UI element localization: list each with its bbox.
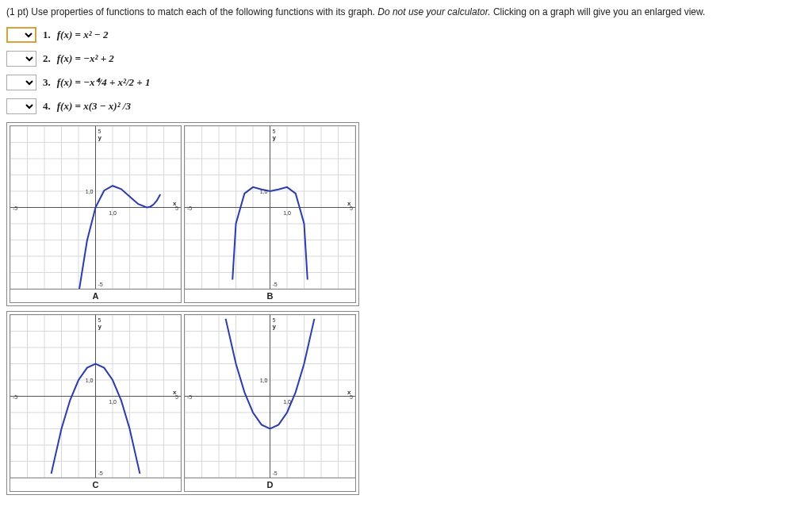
svg-text:-5: -5 [98, 282, 103, 287]
graph-label-C: C [10, 478, 182, 492]
graph-label-A: A [10, 290, 182, 303]
graph-label-D: D [184, 478, 356, 492]
svg-text:1,0: 1,0 [109, 399, 117, 405]
function-number: 1. [43, 29, 51, 41]
svg-text:y: y [98, 134, 102, 141]
function-number: 2. [43, 52, 51, 65]
svg-text:-5: -5 [98, 470, 103, 476]
answer-select-4[interactable] [6, 98, 36, 114]
instr-post: Clicking on a graph will give you an enl… [491, 6, 706, 17]
instr-em: Do not use your calculator. [377, 6, 490, 17]
svg-text:-5: -5 [13, 205, 17, 211]
graph-D[interactable]: -555-5xy1,01,0 [184, 314, 356, 478]
svg-text:1,0: 1,0 [260, 378, 268, 383]
svg-text:x: x [347, 200, 351, 207]
svg-text:-5: -5 [273, 282, 278, 287]
graph-B[interactable]: -555-5xy1,01,0 [184, 125, 356, 290]
graph-cell-C: -555-5xy1,01,0 C [10, 314, 182, 492]
answer-select-2[interactable] [6, 51, 36, 67]
svg-text:y: y [98, 323, 102, 330]
graph-cell-D: -555-5xy1,01,0 D [184, 314, 356, 492]
function-expression: f(x) = x² − 2 [57, 29, 109, 41]
function-row-1: 1.f(x) = x² − 2 [6, 27, 806, 43]
function-list: 1.f(x) = x² − 22.f(x) = −x² + 23.f(x) = … [6, 27, 806, 114]
svg-text:-5: -5 [273, 470, 278, 476]
svg-text:5: 5 [98, 129, 102, 134]
function-row-2: 2.f(x) = −x² + 2 [6, 51, 806, 67]
svg-text:1,0: 1,0 [283, 210, 291, 216]
function-row-4: 4.f(x) = x(3 − x)² /3 [6, 98, 806, 114]
svg-text:1,0: 1,0 [86, 378, 94, 383]
svg-text:-5: -5 [187, 394, 192, 400]
svg-text:-5: -5 [13, 394, 17, 400]
svg-text:5: 5 [98, 317, 102, 323]
svg-text:5: 5 [273, 129, 276, 134]
function-row-3: 3.f(x) = −x⁴/4 + x²/2 + 1 [6, 75, 806, 90]
function-expression: f(x) = x(3 − x)² /3 [57, 100, 131, 113]
graphs-area: -555-5xy1,01,0 A -555-5xy1,01,0 B -555-5… [6, 122, 806, 500]
function-number: 4. [43, 100, 51, 113]
instructions: (1 pt) Use properties of functions to ma… [6, 6, 806, 17]
graph-cell-A: -555-5xy1,01,0 A [10, 125, 182, 303]
svg-text:1,0: 1,0 [260, 189, 268, 194]
svg-text:1,0: 1,0 [86, 189, 94, 194]
answer-select-1[interactable] [6, 27, 36, 43]
svg-text:5: 5 [273, 317, 276, 323]
svg-text:y: y [273, 134, 277, 141]
graph-A[interactable]: -555-5xy1,01,0 [10, 125, 182, 290]
graph-C[interactable]: -555-5xy1,01,0 [10, 314, 182, 478]
svg-text:x: x [173, 200, 177, 207]
svg-text:x: x [173, 389, 177, 396]
function-expression: f(x) = −x² + 2 [57, 52, 114, 65]
graphs-row-2: -555-5xy1,01,0 C -555-5xy1,01,0 D [6, 311, 359, 495]
svg-text:x: x [347, 389, 351, 396]
svg-text:1,0: 1,0 [283, 399, 291, 405]
graph-label-B: B [184, 290, 356, 303]
function-expression: f(x) = −x⁴/4 + x²/2 + 1 [57, 76, 151, 89]
svg-text:y: y [273, 323, 277, 330]
answer-select-3[interactable] [6, 75, 36, 90]
function-number: 3. [43, 76, 51, 89]
instr-pre: (1 pt) Use properties of functions to ma… [6, 6, 377, 17]
graph-cell-B: -555-5xy1,01,0 B [184, 125, 356, 303]
graphs-row-1: -555-5xy1,01,0 A -555-5xy1,01,0 B [6, 122, 359, 306]
svg-text:1,0: 1,0 [109, 210, 117, 216]
svg-text:-5: -5 [187, 205, 192, 211]
